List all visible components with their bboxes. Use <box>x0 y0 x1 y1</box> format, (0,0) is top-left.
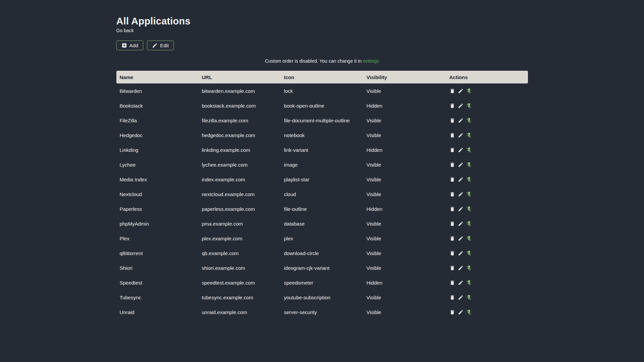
pin-off-icon[interactable] <box>466 309 472 315</box>
table-row: phpMyAdmin pma.example.com database Visi… <box>116 216 528 231</box>
delete-icon[interactable] <box>449 162 455 168</box>
app-icon-cell: book-open-outline <box>281 98 363 113</box>
pin-off-icon[interactable] <box>466 132 472 138</box>
app-actions-cell <box>446 128 528 142</box>
pencil-icon[interactable] <box>458 221 464 227</box>
table-row: qBittorrent qb.example.com download-circ… <box>116 246 528 260</box>
delete-icon[interactable] <box>449 132 455 138</box>
pin-off-icon[interactable] <box>466 206 472 212</box>
delete-icon[interactable] <box>449 103 455 109</box>
pin-off-icon[interactable] <box>466 265 472 271</box>
column-header-actions: Actions <box>446 71 528 83</box>
app-visibility-cell: Visible <box>363 113 446 128</box>
app-icon-cell: youtube-subscription <box>281 290 363 305</box>
pin-off-icon[interactable] <box>466 191 472 197</box>
delete-icon[interactable] <box>449 191 455 197</box>
delete-icon[interactable] <box>449 250 455 256</box>
row-actions <box>449 265 525 271</box>
app-name-cell: phpMyAdmin <box>116 216 199 231</box>
pencil-icon[interactable] <box>458 295 464 300</box>
row-actions <box>449 295 525 300</box>
delete-icon[interactable] <box>449 265 455 271</box>
app-actions-cell <box>446 201 528 216</box>
row-actions <box>449 118 525 123</box>
plus-box-icon <box>121 43 127 48</box>
notice-text: Custom order is disabled. You can change… <box>265 58 362 64</box>
pencil-icon[interactable] <box>458 280 464 286</box>
app-icon-cell: link-variant <box>281 142 363 157</box>
app-url-cell: pma.example.com <box>199 216 281 231</box>
app-url-cell: bitwarden.example.com <box>199 83 281 98</box>
pin-off-icon[interactable] <box>466 118 472 123</box>
app-actions-cell <box>446 275 528 290</box>
pencil-icon[interactable] <box>458 191 464 197</box>
app-url-cell: hedgedoc.example.com <box>199 128 281 142</box>
pencil-icon[interactable] <box>458 147 464 153</box>
app-actions-cell <box>446 305 528 319</box>
delete-icon[interactable] <box>449 88 455 94</box>
pin-off-icon[interactable] <box>466 177 472 182</box>
app-url-cell: bookstack.example.com <box>199 98 281 113</box>
add-button-label: Add <box>129 43 139 48</box>
pencil-icon[interactable] <box>458 162 464 168</box>
app-name-cell: FileZilla <box>116 113 199 128</box>
pin-off-icon[interactable] <box>466 280 472 286</box>
pencil-icon[interactable] <box>458 88 464 94</box>
go-back-link[interactable]: Go back <box>116 28 134 34</box>
table-row: Tubesync tubesync.example.com youtube-su… <box>116 290 528 305</box>
delete-icon[interactable] <box>449 118 455 123</box>
app-name-cell: Linkding <box>116 142 199 157</box>
row-actions <box>449 206 525 212</box>
pencil-icon <box>152 43 158 48</box>
pencil-icon[interactable] <box>458 118 464 123</box>
settings-link[interactable]: settings <box>363 58 379 64</box>
table-row: Plex plex.example.com plex Visible <box>116 231 528 246</box>
app-actions-cell <box>446 187 528 201</box>
pencil-icon[interactable] <box>458 265 464 271</box>
app-actions-cell <box>446 83 528 98</box>
app-visibility-cell: Visible <box>363 157 446 172</box>
app-visibility-cell: Visible <box>363 260 446 275</box>
app-url-cell: unraid.example.com <box>199 305 281 319</box>
app-visibility-cell: Hidden <box>363 98 446 113</box>
app-visibility-cell: Hidden <box>363 142 446 157</box>
delete-icon[interactable] <box>449 280 455 286</box>
app-actions-cell <box>446 98 528 113</box>
pin-off-icon[interactable] <box>466 295 472 300</box>
pencil-icon[interactable] <box>458 177 464 182</box>
delete-icon[interactable] <box>449 221 455 227</box>
delete-icon[interactable] <box>449 147 455 153</box>
add-button[interactable]: Add <box>116 41 144 50</box>
delete-icon[interactable] <box>449 295 455 300</box>
pin-off-icon[interactable] <box>466 103 472 109</box>
pencil-icon[interactable] <box>458 206 464 212</box>
app-icon-cell: lock <box>281 83 363 98</box>
app-icon-cell: playlist-star <box>281 172 363 187</box>
app-name-cell: Hedgedoc <box>116 128 199 142</box>
column-header-visibility: Visibility <box>363 71 446 83</box>
delete-icon[interactable] <box>449 177 455 182</box>
pin-off-icon[interactable] <box>466 147 472 153</box>
pencil-icon[interactable] <box>458 236 464 241</box>
app-actions-cell <box>446 231 528 246</box>
pencil-icon[interactable] <box>458 250 464 256</box>
delete-icon[interactable] <box>449 309 455 315</box>
table-row: Hedgedoc hedgedoc.example.com notebook V… <box>116 128 528 142</box>
pencil-icon[interactable] <box>458 103 464 109</box>
pin-off-icon[interactable] <box>466 221 472 227</box>
pencil-icon[interactable] <box>458 309 464 315</box>
app-url-cell: index.example.com <box>199 172 281 187</box>
pin-off-icon[interactable] <box>466 88 472 94</box>
pin-off-icon[interactable] <box>466 250 472 256</box>
pin-off-icon[interactable] <box>466 236 472 241</box>
app-name-cell: Speedtest <box>116 275 199 290</box>
pencil-icon[interactable] <box>458 132 464 138</box>
delete-icon[interactable] <box>449 236 455 241</box>
delete-icon[interactable] <box>449 206 455 212</box>
app-icon-cell: server-security <box>281 305 363 319</box>
app-name-cell: Lychee <box>116 157 199 172</box>
pin-off-icon[interactable] <box>466 162 472 168</box>
app-icon-cell: download-circle <box>281 246 363 260</box>
edit-button[interactable]: Edit <box>147 41 174 50</box>
app-icon-cell: speedometer <box>281 275 363 290</box>
